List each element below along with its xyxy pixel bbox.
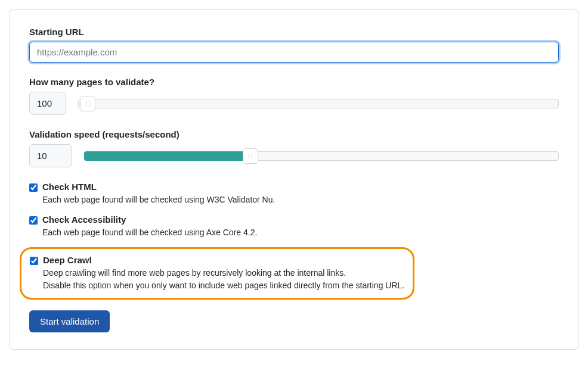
speed-group: Validation speed (requests/second) [29, 129, 559, 167]
start-validation-button[interactable]: Start validation [29, 310, 110, 332]
pages-slider[interactable] [78, 98, 559, 109]
starting-url-input[interactable] [29, 42, 559, 63]
check-accessibility-checkbox[interactable] [29, 216, 38, 225]
deep-crawl-highlight: Deep Crawl Deep crawling will find more … [20, 247, 414, 300]
check-html-group: Check HTML Each web page found will be c… [29, 182, 559, 206]
pages-slider-row [29, 92, 559, 115]
validation-form-card: Starting URL How many pages to validate?… [10, 10, 578, 350]
check-accessibility-group: Check Accessibility Each web page found … [29, 214, 559, 239]
deep-crawl-desc-line2: Disable this option when you only want t… [43, 281, 404, 290]
pages-group: How many pages to validate? [29, 77, 559, 115]
speed-number-input[interactable] [29, 144, 72, 167]
starting-url-label: Starting URL [29, 27, 559, 37]
speed-slider-fill [84, 151, 250, 161]
pages-slider-thumb[interactable] [80, 96, 95, 111]
pages-number-input[interactable] [29, 92, 66, 115]
deep-crawl-description: Deep crawling will find more web pages b… [43, 267, 404, 292]
pages-label: How many pages to validate? [29, 77, 559, 87]
speed-slider-row [29, 144, 559, 167]
speed-slider-thumb[interactable] [243, 148, 258, 164]
speed-slider[interactable] [84, 151, 559, 161]
check-html-description: Each web page found will be checked usin… [42, 194, 559, 206]
deep-crawl-desc-line1: Deep crawling will find more web pages b… [43, 268, 346, 278]
check-html-checkbox[interactable] [29, 183, 38, 192]
speed-label: Validation speed (requests/second) [29, 129, 559, 139]
deep-crawl-checkbox[interactable] [30, 257, 38, 265]
deep-crawl-label[interactable]: Deep Crawl [43, 255, 92, 265]
check-accessibility-description: Each web page found will be checked usin… [42, 226, 559, 239]
check-html-label[interactable]: Check HTML [42, 182, 97, 192]
deep-crawl-group: Deep Crawl Deep crawling will find more … [30, 255, 404, 292]
pages-slider-track [78, 99, 559, 108]
starting-url-group: Starting URL [29, 27, 559, 63]
check-accessibility-label[interactable]: Check Accessibility [42, 214, 126, 225]
